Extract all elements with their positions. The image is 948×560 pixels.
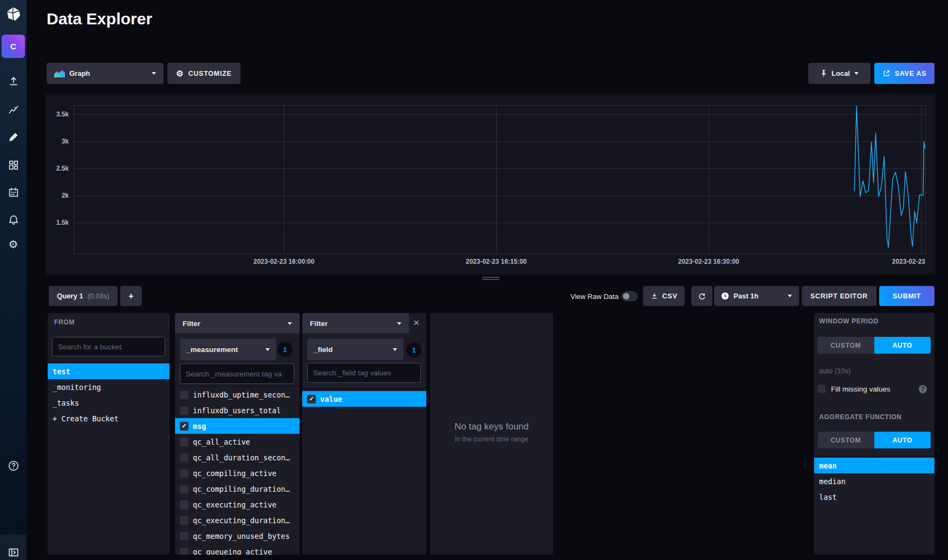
checkbox[interactable] [180, 406, 189, 415]
svg-text:2023-02-23 16:30:00: 2023-02-23 16:30:00 [678, 258, 739, 265]
measurement-row-label: qc_queueing_active [193, 548, 272, 555]
customize-button[interactable]: ⚙ CUSTOMIZE [167, 63, 241, 84]
checkbox[interactable] [180, 516, 189, 525]
view-raw-data-label: View Raw Data [570, 292, 619, 301]
chart-canvas[interactable]: 1.5k2k2.5k3k3.5k2023-02-23 16:00:002023-… [46, 94, 936, 275]
query-tab[interactable]: Query 1 (0.03s) [49, 286, 118, 306]
visualization-type-dropdown[interactable]: Graph [47, 63, 164, 84]
save-as-button[interactable]: SAVE AS [874, 63, 934, 84]
bucket-row[interactable]: _monitoring [48, 379, 170, 395]
custom-option[interactable]: CUSTOM [817, 337, 874, 354]
aggregate-function-title: AGGREGATE FUNCTION [819, 413, 902, 421]
influxdata-logo-icon[interactable] [0, 2, 27, 25]
tasks-calendar-icon[interactable] [0, 180, 27, 204]
measurement-row[interactable]: qc_memory_unused_bytes [175, 528, 300, 544]
empty-state-subtitle: in the current time range [430, 435, 553, 443]
settings-gear-icon[interactable]: ⚙ [0, 232, 27, 256]
divider [814, 456, 934, 457]
fill-missing-values-row: Fill missing values ? [817, 385, 931, 393]
aggregate-row[interactable]: mean [814, 458, 934, 473]
time-range-dropdown[interactable]: Past 1h [714, 286, 799, 306]
tag-key-label: _measurement [186, 346, 238, 354]
auto-window-hint: auto (10s) [819, 367, 851, 375]
auto-option[interactable]: AUTO [874, 337, 931, 354]
measurement-row[interactable]: qc_executing_active [175, 497, 300, 512]
measurement-row[interactable]: qc_executing_duration… [175, 512, 300, 528]
alerts-bell-icon[interactable] [0, 208, 27, 232]
checkbox[interactable]: ✓ [307, 395, 316, 403]
divider [302, 388, 426, 389]
checkbox[interactable] [180, 438, 189, 446]
user-avatar[interactable]: C [2, 35, 25, 58]
checkbox[interactable] [180, 485, 189, 493]
local-dropdown[interactable]: Local [808, 63, 871, 84]
checkbox[interactable] [180, 453, 189, 462]
view-raw-data-toggle[interactable] [621, 291, 638, 301]
checkbox[interactable] [180, 548, 189, 555]
checkbox[interactable] [180, 532, 189, 541]
tag-key-label: _field [314, 346, 333, 354]
measurement-row[interactable]: qc_queueing_active [175, 544, 300, 555]
fill-missing-label: Fill missing values [831, 385, 891, 393]
measurement-row-label: qc_all_active [193, 438, 250, 446]
local-label: Local [832, 69, 850, 77]
measurement-row[interactable]: ✓msg [175, 418, 300, 434]
measurement-row[interactable]: influxdb_users_total [175, 402, 300, 418]
expand-panel-icon[interactable] [0, 541, 27, 560]
fill-missing-checkbox[interactable] [817, 385, 826, 393]
close-icon[interactable]: × [413, 318, 419, 328]
filter-type-dropdown[interactable]: Filter [175, 313, 300, 334]
upload-icon[interactable] [0, 69, 27, 93]
data-explorer-graph-icon[interactable] [0, 97, 27, 121]
save-as-label: SAVE AS [895, 70, 927, 77]
filter-type-dropdown[interactable]: Filter [302, 313, 409, 334]
checkbox[interactable] [180, 500, 189, 509]
custom-option[interactable]: CUSTOM [817, 432, 874, 448]
time-series-chart[interactable]: 1.5k2k2.5k3k3.5k2023-02-23 16:00:002023-… [46, 94, 936, 275]
svg-text:1.5k: 1.5k [56, 219, 69, 226]
add-query-button[interactable]: + [120, 286, 142, 306]
field-search-input[interactable] [307, 363, 421, 383]
help-question-icon[interactable]: ? [919, 385, 927, 393]
bucket-row[interactable]: + Create Bucket [48, 411, 170, 426]
measurement-list: influxdb_uptime_secon…influxdb_users_tot… [175, 387, 300, 555]
checkbox[interactable] [180, 469, 189, 478]
csv-download-button[interactable]: CSV [643, 286, 685, 306]
selected-count-badge: 1 [277, 342, 293, 357]
script-editor-button[interactable]: SCRIPT EDITOR [802, 286, 876, 306]
resize-drag-handle[interactable] [482, 276, 499, 281]
empty-tag-keys-card: No tag keys found in the current time ra… [430, 313, 553, 555]
measurement-row-label: qc_all_duration_secon… [193, 453, 290, 462]
divider [48, 362, 170, 363]
checkbox[interactable] [180, 390, 189, 399]
measurement-search-input[interactable] [180, 363, 294, 384]
bucket-row-label: test [53, 367, 70, 376]
dashboards-icon[interactable] [0, 153, 27, 177]
checkbox[interactable]: ✓ [180, 422, 189, 431]
page-title: Data Explorer [47, 10, 152, 28]
refresh-button[interactable] [691, 286, 712, 306]
field-row-label: value [320, 395, 342, 403]
gear-icon: ⚙ [176, 69, 184, 77]
submit-button[interactable]: SUBMIT [879, 286, 934, 306]
help-icon[interactable] [0, 454, 27, 478]
bucket-search-input[interactable] [52, 337, 165, 356]
auto-option[interactable]: AUTO [874, 432, 931, 448]
bucket-row[interactable]: test [48, 363, 170, 379]
measurement-row[interactable]: qc_all_duration_secon… [175, 450, 300, 465]
aggregate-row[interactable]: last [814, 489, 934, 505]
refresh-icon [698, 292, 706, 301]
measurement-row[interactable]: qc_compiling_duration… [175, 481, 300, 497]
measurement-row[interactable]: qc_all_active [175, 434, 300, 450]
tag-key-dropdown-field[interactable]: _field [307, 338, 404, 360]
measurement-row[interactable]: influxdb_uptime_secon… [175, 387, 300, 402]
field-row[interactable]: ✓value [302, 391, 426, 407]
notebooks-pencil-icon[interactable] [0, 125, 27, 149]
aggregate-row-label: median [819, 477, 846, 486]
chevron-down-icon [152, 72, 156, 75]
tag-key-dropdown-measurement[interactable]: _measurement [180, 338, 276, 360]
aggregate-row[interactable]: median [814, 473, 934, 489]
bucket-row[interactable]: _tasks [48, 395, 170, 411]
svg-text:3.5k: 3.5k [56, 110, 69, 118]
measurement-row[interactable]: qc_compiling_active [175, 465, 300, 481]
